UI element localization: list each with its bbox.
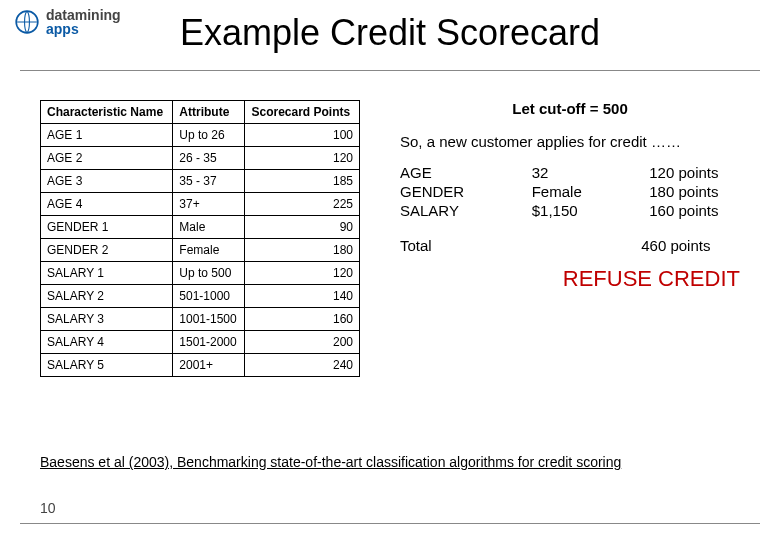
cell-points: 185 (245, 170, 360, 193)
th-points: Scorecard Points (245, 101, 360, 124)
cell-name: AGE 2 (41, 147, 173, 170)
table-row: GENDER 2Female180 (41, 239, 360, 262)
globe-icon (14, 9, 40, 35)
total-row: Total 460 points (400, 237, 740, 254)
table-row: SALARY 31001-1500160 (41, 308, 360, 331)
cell-attribute: Male (173, 216, 245, 239)
total-points: 460 points (641, 237, 740, 254)
cell-points: 240 (245, 354, 360, 377)
score-label: SALARY (400, 202, 486, 219)
scorecard-table-wrap: Characteristic Name Attribute Scorecard … (40, 100, 360, 377)
cell-name: AGE 3 (41, 170, 173, 193)
logo-line1: datamining (46, 8, 121, 22)
cell-points: 140 (245, 285, 360, 308)
cell-name: SALARY 1 (41, 262, 173, 285)
table-row: GENDER 1Male90 (41, 216, 360, 239)
cell-name: AGE 4 (41, 193, 173, 216)
table-header-row: Characteristic Name Attribute Scorecard … (41, 101, 360, 124)
score-label: GENDER (400, 183, 486, 200)
score-value: $1,150 (532, 202, 604, 219)
score-label: AGE (400, 164, 486, 181)
cell-points: 200 (245, 331, 360, 354)
cell-name: GENDER 2 (41, 239, 173, 262)
cell-attribute: 1501-2000 (173, 331, 245, 354)
cell-attribute: Up to 26 (173, 124, 245, 147)
apply-line: So, a new customer applies for credit …… (400, 133, 740, 150)
cell-name: GENDER 1 (41, 216, 173, 239)
divider-bottom (20, 523, 760, 524)
cell-points: 160 (245, 308, 360, 331)
table-row: SALARY 1Up to 500120 (41, 262, 360, 285)
decision-text: REFUSE CREDIT (400, 266, 740, 292)
cell-attribute: 2001+ (173, 354, 245, 377)
cell-attribute: 1001-1500 (173, 308, 245, 331)
cutoff-line: Let cut-off = 500 (400, 100, 740, 117)
score-points: 120 points (649, 164, 740, 181)
cell-points: 100 (245, 124, 360, 147)
divider-top (20, 70, 760, 71)
logo: datamining apps (14, 8, 121, 36)
cell-attribute: Up to 500 (173, 262, 245, 285)
score-points: 160 points (649, 202, 740, 219)
score-points: 180 points (649, 183, 740, 200)
cell-attribute: 26 - 35 (173, 147, 245, 170)
th-attribute: Attribute (173, 101, 245, 124)
cell-name: SALARY 3 (41, 308, 173, 331)
th-characteristic: Characteristic Name (41, 101, 173, 124)
score-grid: AGE32120 pointsGENDERFemale180 pointsSAL… (400, 164, 740, 219)
example-panel: Let cut-off = 500 So, a new customer app… (400, 100, 740, 377)
scorecard-table: Characteristic Name Attribute Scorecard … (40, 100, 360, 377)
cell-points: 180 (245, 239, 360, 262)
cell-name: SALARY 2 (41, 285, 173, 308)
score-value: Female (532, 183, 604, 200)
table-row: AGE 226 - 35120 (41, 147, 360, 170)
cell-points: 225 (245, 193, 360, 216)
cell-points: 120 (245, 147, 360, 170)
cell-points: 90 (245, 216, 360, 239)
cell-attribute: 501-1000 (173, 285, 245, 308)
content: Characteristic Name Attribute Scorecard … (40, 100, 740, 377)
table-row: SALARY 41501-2000200 (41, 331, 360, 354)
cell-name: SALARY 4 (41, 331, 173, 354)
slide: datamining apps Example Credit Scorecard… (0, 0, 780, 540)
table-row: AGE 437+225 (41, 193, 360, 216)
page-number: 10 (40, 500, 56, 516)
cell-points: 120 (245, 262, 360, 285)
citation: Baesens et al (2003), Benchmarking state… (40, 454, 621, 470)
cell-name: AGE 1 (41, 124, 173, 147)
total-label: Total (400, 237, 461, 254)
cell-name: SALARY 5 (41, 354, 173, 377)
cell-attribute: 35 - 37 (173, 170, 245, 193)
score-value: 32 (532, 164, 604, 181)
table-row: AGE 1Up to 26100 (41, 124, 360, 147)
table-row: SALARY 52001+240 (41, 354, 360, 377)
cell-attribute: 37+ (173, 193, 245, 216)
cell-attribute: Female (173, 239, 245, 262)
table-row: AGE 335 - 37185 (41, 170, 360, 193)
logo-text: datamining apps (46, 8, 121, 36)
table-row: SALARY 2501-1000140 (41, 285, 360, 308)
logo-line2: apps (46, 22, 121, 36)
